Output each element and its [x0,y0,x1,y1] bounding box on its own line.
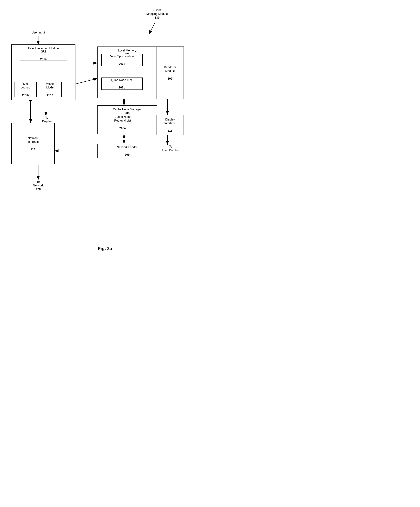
quad-node-tree-box: Quad Node Tree 203b [101,77,143,90]
site-lookup-box: Site Lookup 201b [14,82,37,97]
cache-node-retrieval-box: Cache Node Retrieval List 205a [102,116,143,129]
network-interface-box: Network Interface 211 [11,123,55,164]
user-input-label: User Input [25,31,52,34]
to-network-label: To Network 120 [27,180,50,191]
diagram: Client Mapping Module 130 User Input Use… [0,0,210,244]
svg-line-18 [149,23,155,34]
view-specification-box: View Specification 203a [101,54,143,66]
to-user-display-label: To User Display [157,145,184,152]
motion-model-box: Motion Model 201c [39,82,62,97]
network-loader-box: Network Loader 209 [97,144,157,158]
figure-label: Fig. 2a [0,246,210,258]
gui-box: GUI 201a [20,49,67,61]
renderer-module-box: Renderer Module 207 [156,47,184,99]
client-arrow [145,21,161,37]
client-mapping-label: Client Mapping Module 130 [140,8,174,20]
display-interface-right-box: Display Interface 215 [156,115,184,135]
